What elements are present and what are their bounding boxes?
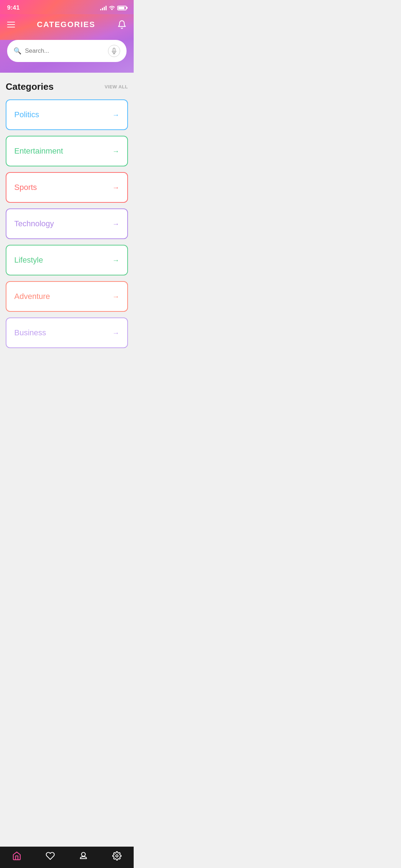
main-content: Categories VIEW ALL Politics → Entertain…: [0, 73, 134, 389]
arrow-icon-technology: →: [112, 220, 119, 228]
category-label-sports: Sports: [14, 183, 37, 192]
category-label-technology: Technology: [14, 219, 54, 228]
menu-button[interactable]: [7, 22, 15, 27]
section-header: Categories VIEW ALL: [6, 81, 128, 92]
category-card-lifestyle[interactable]: Lifestyle →: [6, 245, 128, 275]
search-section: 🔍: [0, 40, 134, 73]
search-icon: 🔍: [14, 47, 21, 55]
signal-icon: [100, 5, 107, 10]
status-time: 9:41: [7, 4, 20, 11]
microphone-icon[interactable]: [108, 45, 120, 57]
view-all-button[interactable]: VIEW ALL: [104, 84, 128, 89]
category-card-entertainment[interactable]: Entertainment →: [6, 136, 128, 166]
battery-icon: [117, 6, 127, 10]
arrow-icon-adventure: →: [112, 293, 119, 301]
category-card-technology[interactable]: Technology →: [6, 208, 128, 239]
category-card-politics[interactable]: Politics →: [6, 99, 128, 130]
categories-list: Politics → Entertainment → Sports → Tech…: [6, 99, 128, 348]
search-input[interactable]: [25, 47, 104, 55]
page-title: CATEGORIES: [37, 20, 96, 29]
svg-rect-0: [113, 48, 115, 52]
arrow-icon-sports: →: [112, 184, 119, 192]
arrow-icon-politics: →: [112, 111, 119, 119]
arrow-icon-lifestyle: →: [112, 256, 119, 264]
category-label-politics: Politics: [14, 110, 39, 119]
status-bar: 9:41: [0, 0, 134, 14]
category-label-business: Business: [14, 328, 46, 337]
notification-bell-icon[interactable]: [117, 20, 127, 29]
category-card-adventure[interactable]: Adventure →: [6, 281, 128, 312]
arrow-icon-business: →: [112, 329, 119, 337]
section-title: Categories: [6, 81, 53, 92]
wifi-icon: [109, 5, 115, 11]
category-card-business[interactable]: Business →: [6, 317, 128, 348]
category-label-lifestyle: Lifestyle: [14, 255, 43, 265]
status-icons: [100, 5, 127, 11]
category-label-entertainment: Entertainment: [14, 146, 63, 156]
arrow-icon-entertainment: →: [112, 147, 119, 155]
category-card-sports[interactable]: Sports →: [6, 172, 128, 203]
category-label-adventure: Adventure: [14, 292, 50, 301]
header: CATEGORIES: [0, 14, 134, 40]
search-bar[interactable]: 🔍: [7, 40, 127, 62]
